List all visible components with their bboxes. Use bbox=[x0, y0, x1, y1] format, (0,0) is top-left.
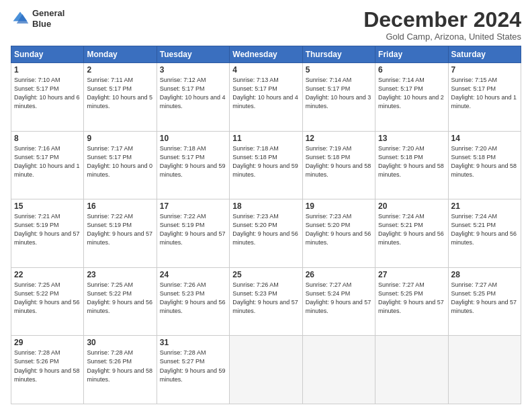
calendar-week-row: 15 Sunrise: 7:21 AMSunset: 5:19 PMDaylig… bbox=[11, 199, 521, 268]
table-row: 16 Sunrise: 7:22 AMSunset: 5:19 PMDaylig… bbox=[84, 199, 157, 268]
month-title: December 2024 bbox=[363, 8, 521, 32]
day-number: 9 bbox=[87, 134, 153, 143]
table-row: 9 Sunrise: 7:17 AMSunset: 5:17 PMDayligh… bbox=[84, 131, 157, 199]
day-number: 23 bbox=[87, 270, 153, 279]
day-number: 8 bbox=[14, 134, 81, 143]
table-row: 3 Sunrise: 7:12 AMSunset: 5:17 PMDayligh… bbox=[157, 63, 229, 132]
table-row: 5 Sunrise: 7:14 AMSunset: 5:17 PMDayligh… bbox=[302, 63, 375, 132]
day-info: Sunrise: 7:28 AMSunset: 5:26 PMDaylight:… bbox=[14, 349, 81, 383]
logo: General Blue bbox=[11, 8, 64, 29]
day-info: Sunrise: 7:14 AMSunset: 5:17 PMDaylight:… bbox=[306, 76, 372, 111]
day-number: 26 bbox=[306, 270, 372, 279]
day-info: Sunrise: 7:22 AMSunset: 5:19 PMDaylight:… bbox=[87, 212, 153, 247]
table-row: 26 Sunrise: 7:27 AMSunset: 5:24 PMDaylig… bbox=[302, 267, 375, 336]
day-number: 24 bbox=[160, 270, 226, 279]
day-number: 30 bbox=[87, 338, 153, 347]
table-row: 29 Sunrise: 7:28 AMSunset: 5:26 PMDaylig… bbox=[11, 336, 84, 404]
table-row: 15 Sunrise: 7:21 AMSunset: 5:19 PMDaylig… bbox=[11, 199, 84, 268]
day-number: 18 bbox=[232, 201, 299, 211]
table-row: 6 Sunrise: 7:14 AMSunset: 5:17 PMDayligh… bbox=[375, 63, 448, 132]
calendar-week-row: 22 Sunrise: 7:25 AMSunset: 5:22 PMDaylig… bbox=[11, 267, 521, 336]
day-number: 25 bbox=[232, 270, 299, 279]
day-info: Sunrise: 7:14 AMSunset: 5:17 PMDaylight:… bbox=[378, 76, 445, 111]
table-row: 27 Sunrise: 7:27 AMSunset: 5:25 PMDaylig… bbox=[375, 267, 448, 336]
calendar-header-row: Sunday Monday Tuesday Wednesday Thursday… bbox=[11, 46, 521, 63]
day-number: 17 bbox=[160, 201, 226, 211]
day-number: 13 bbox=[378, 134, 445, 143]
col-sunday: Sunday bbox=[11, 46, 84, 63]
day-info: Sunrise: 7:28 AMSunset: 5:27 PMDaylight:… bbox=[160, 349, 226, 383]
table-row: 11 Sunrise: 7:18 AMSunset: 5:18 PMDaylig… bbox=[230, 131, 302, 199]
day-info: Sunrise: 7:20 AMSunset: 5:18 PMDaylight:… bbox=[451, 144, 518, 179]
day-info: Sunrise: 7:13 AMSunset: 5:17 PMDaylight:… bbox=[232, 76, 299, 111]
title-block: December 2024 Gold Camp, Arizona, United… bbox=[363, 8, 521, 42]
day-number: 21 bbox=[451, 201, 518, 211]
day-info: Sunrise: 7:15 AMSunset: 5:17 PMDaylight:… bbox=[451, 76, 518, 111]
col-saturday: Saturday bbox=[448, 46, 521, 63]
day-info: Sunrise: 7:27 AMSunset: 5:25 PMDaylight:… bbox=[378, 281, 445, 316]
day-number: 6 bbox=[378, 65, 445, 75]
table-row: 23 Sunrise: 7:25 AMSunset: 5:22 PMDaylig… bbox=[84, 267, 157, 336]
calendar-week-row: 8 Sunrise: 7:16 AMSunset: 5:17 PMDayligh… bbox=[11, 131, 521, 199]
table-row: 12 Sunrise: 7:19 AMSunset: 5:18 PMDaylig… bbox=[302, 131, 375, 199]
table-row: 30 Sunrise: 7:28 AMSunset: 5:26 PMDaylig… bbox=[84, 336, 157, 404]
day-number: 7 bbox=[451, 65, 518, 75]
day-number: 29 bbox=[14, 338, 81, 347]
calendar-table: Sunday Monday Tuesday Wednesday Thursday… bbox=[11, 46, 521, 404]
col-thursday: Thursday bbox=[302, 46, 375, 63]
table-row bbox=[448, 336, 521, 404]
day-info: Sunrise: 7:18 AMSunset: 5:18 PMDaylight:… bbox=[232, 144, 299, 179]
day-info: Sunrise: 7:18 AMSunset: 5:17 PMDaylight:… bbox=[160, 144, 226, 179]
table-row: 28 Sunrise: 7:27 AMSunset: 5:25 PMDaylig… bbox=[448, 267, 521, 336]
day-number: 31 bbox=[160, 338, 226, 347]
location: Gold Camp, Arizona, United States bbox=[363, 32, 521, 42]
table-row: 14 Sunrise: 7:20 AMSunset: 5:18 PMDaylig… bbox=[448, 131, 521, 199]
table-row: 21 Sunrise: 7:24 AMSunset: 5:21 PMDaylig… bbox=[448, 199, 521, 268]
table-row: 31 Sunrise: 7:28 AMSunset: 5:27 PMDaylig… bbox=[157, 336, 229, 404]
day-info: Sunrise: 7:16 AMSunset: 5:17 PMDaylight:… bbox=[14, 144, 81, 179]
day-info: Sunrise: 7:25 AMSunset: 5:22 PMDaylight:… bbox=[14, 281, 81, 316]
day-number: 11 bbox=[232, 134, 299, 143]
table-row: 24 Sunrise: 7:26 AMSunset: 5:23 PMDaylig… bbox=[157, 267, 229, 336]
table-row bbox=[302, 336, 375, 404]
table-row bbox=[230, 336, 302, 404]
page: General Blue December 2024 Gold Camp, Ar… bbox=[0, 0, 532, 411]
table-row: 22 Sunrise: 7:25 AMSunset: 5:22 PMDaylig… bbox=[11, 267, 84, 336]
day-info: Sunrise: 7:17 AMSunset: 5:17 PMDaylight:… bbox=[87, 144, 153, 179]
day-info: Sunrise: 7:23 AMSunset: 5:20 PMDaylight:… bbox=[232, 212, 299, 247]
day-number: 15 bbox=[14, 201, 81, 211]
day-info: Sunrise: 7:21 AMSunset: 5:19 PMDaylight:… bbox=[14, 212, 81, 247]
day-number: 1 bbox=[14, 65, 81, 75]
day-info: Sunrise: 7:26 AMSunset: 5:23 PMDaylight:… bbox=[232, 281, 299, 316]
day-info: Sunrise: 7:23 AMSunset: 5:20 PMDaylight:… bbox=[306, 212, 372, 247]
col-monday: Monday bbox=[84, 46, 157, 63]
day-info: Sunrise: 7:24 AMSunset: 5:21 PMDaylight:… bbox=[451, 212, 518, 247]
day-number: 5 bbox=[306, 65, 372, 75]
day-number: 3 bbox=[160, 65, 226, 75]
table-row: 4 Sunrise: 7:13 AMSunset: 5:17 PMDayligh… bbox=[230, 63, 302, 132]
day-number: 16 bbox=[87, 201, 153, 211]
day-info: Sunrise: 7:28 AMSunset: 5:26 PMDaylight:… bbox=[87, 349, 153, 383]
table-row: 7 Sunrise: 7:15 AMSunset: 5:17 PMDayligh… bbox=[448, 63, 521, 132]
day-number: 10 bbox=[160, 134, 226, 143]
col-friday: Friday bbox=[375, 46, 448, 63]
day-number: 4 bbox=[232, 65, 299, 75]
day-info: Sunrise: 7:20 AMSunset: 5:18 PMDaylight:… bbox=[378, 144, 445, 179]
day-info: Sunrise: 7:25 AMSunset: 5:22 PMDaylight:… bbox=[87, 281, 153, 316]
day-number: 2 bbox=[87, 65, 153, 75]
header: General Blue December 2024 Gold Camp, Ar… bbox=[11, 8, 521, 42]
table-row bbox=[375, 336, 448, 404]
calendar-week-row: 29 Sunrise: 7:28 AMSunset: 5:26 PMDaylig… bbox=[11, 336, 521, 404]
day-info: Sunrise: 7:12 AMSunset: 5:17 PMDaylight:… bbox=[160, 76, 226, 111]
table-row: 2 Sunrise: 7:11 AMSunset: 5:17 PMDayligh… bbox=[84, 63, 157, 132]
day-info: Sunrise: 7:26 AMSunset: 5:23 PMDaylight:… bbox=[160, 281, 226, 316]
day-number: 19 bbox=[306, 201, 372, 211]
day-number: 27 bbox=[378, 270, 445, 279]
logo-text: General Blue bbox=[32, 8, 64, 29]
col-wednesday: Wednesday bbox=[230, 46, 302, 63]
col-tuesday: Tuesday bbox=[157, 46, 229, 63]
day-number: 28 bbox=[451, 270, 518, 279]
day-number: 22 bbox=[14, 270, 81, 279]
day-info: Sunrise: 7:10 AMSunset: 5:17 PMDaylight:… bbox=[14, 76, 81, 111]
day-number: 14 bbox=[451, 134, 518, 143]
